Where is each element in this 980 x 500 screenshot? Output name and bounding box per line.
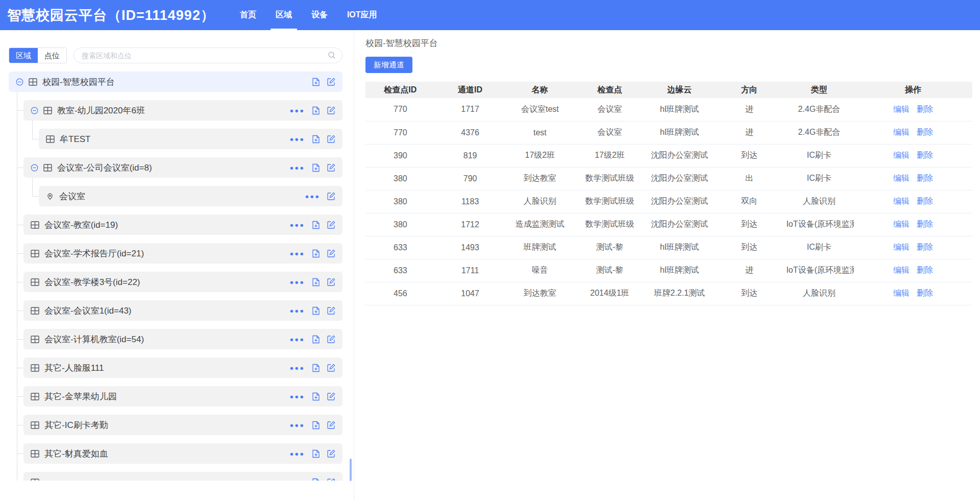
edit-node-icon[interactable] [327, 421, 335, 429]
region-grid-icon [31, 393, 39, 400]
add-child-icon[interactable] [312, 163, 320, 172]
edit-link[interactable]: 编辑 [893, 174, 910, 182]
more-actions-icon[interactable]: ●●● [289, 279, 305, 285]
tree-node-10[interactable]: 其它-人脸服111●●● [23, 358, 342, 378]
add-child-icon[interactable] [312, 364, 320, 372]
edit-node-icon[interactable] [327, 192, 335, 200]
edit-link[interactable]: 编辑 [893, 105, 910, 113]
more-actions-icon[interactable]: ●●● [289, 107, 305, 114]
edit-link[interactable]: 编辑 [893, 128, 910, 136]
tree-node-label: 校园-智慧校园平台 [42, 76, 115, 88]
edit-node-icon[interactable] [327, 364, 335, 372]
add-child-icon[interactable] [312, 478, 320, 481]
tree-node-2[interactable]: 牟TEST●●● [39, 129, 342, 149]
edit-link[interactable]: 编辑 [893, 243, 910, 251]
add-child-icon[interactable] [312, 78, 320, 86]
edit-node-icon[interactable] [327, 163, 335, 172]
delete-link[interactable]: 删除 [917, 289, 933, 297]
tree-connector-line [17, 368, 23, 368]
edit-node-icon[interactable] [327, 278, 335, 286]
sidebar-tab-1[interactable]: 点位 [38, 48, 66, 63]
tree-connector-line [32, 196, 39, 197]
edit-link[interactable]: 编辑 [893, 289, 910, 297]
add-child-icon[interactable] [312, 221, 320, 229]
search-input[interactable] [74, 47, 342, 63]
edit-node-icon[interactable] [327, 449, 335, 458]
edit-link[interactable]: 编辑 [893, 197, 910, 205]
add-child-icon[interactable] [312, 449, 320, 458]
edit-link[interactable]: 编辑 [893, 266, 910, 274]
tree-node-0[interactable]: 校园-智慧校园平台 [9, 72, 342, 92]
delete-link[interactable]: 删除 [917, 243, 933, 251]
edit-node-icon[interactable] [327, 78, 335, 86]
tree-node-6[interactable]: 会议室-学术报告厅(id=21)●●● [23, 243, 342, 264]
col-header-7: 操作 [854, 82, 972, 98]
edit-node-icon[interactable] [327, 106, 335, 114]
add-child-icon[interactable] [312, 335, 320, 344]
sidebar-scrollbar-thumb[interactable] [350, 459, 352, 481]
cell-类型: 2.4G非配合 [784, 98, 854, 121]
collapse-icon[interactable] [16, 78, 23, 86]
cell-operations: 编辑删除 [854, 144, 972, 167]
edit-node-icon[interactable] [327, 478, 335, 481]
cell-检查点ID: 380 [365, 190, 435, 213]
tree-node-label: 牟TEST [60, 133, 90, 145]
more-actions-icon[interactable]: ●●● [289, 365, 305, 371]
add-child-icon[interactable] [312, 135, 320, 144]
collapse-icon[interactable] [31, 107, 38, 114]
delete-link[interactable]: 删除 [917, 105, 933, 113]
add-child-icon[interactable] [312, 306, 320, 315]
cell-operations: 编辑删除 [854, 121, 972, 144]
tree-node-4[interactable]: 会议室●●● [39, 186, 342, 206]
region-grid-icon [43, 164, 52, 172]
add-child-icon[interactable] [312, 249, 320, 258]
tree-node-actions [312, 78, 335, 86]
delete-link[interactable]: 删除 [917, 128, 933, 136]
edit-node-icon[interactable] [327, 306, 335, 315]
more-actions-icon[interactable]: ●●● [289, 136, 305, 142]
add-child-icon[interactable] [312, 106, 320, 115]
more-actions-icon[interactable]: ●●● [289, 336, 305, 343]
edit-link[interactable]: 编辑 [893, 151, 910, 159]
more-actions-icon[interactable]: ●●● [289, 250, 305, 257]
more-actions-icon[interactable]: ●●● [305, 193, 320, 200]
nav-item-2[interactable]: 设备 [311, 0, 328, 30]
delete-link[interactable]: 删除 [917, 174, 933, 182]
more-actions-icon[interactable]: ●●● [289, 450, 305, 457]
tree-node-12[interactable]: 其它-IC刷卡考勤●●● [23, 415, 342, 435]
edit-node-icon[interactable] [327, 392, 335, 400]
tree-node-8[interactable]: 会议室-会议室1(id=43)●●● [23, 300, 342, 321]
add-child-icon[interactable] [312, 421, 320, 430]
tree-node-3[interactable]: 会议室-公司会议室(id=8)●●● [23, 157, 342, 178]
nav-item-0[interactable]: 首页 [240, 0, 256, 30]
sidebar-tab-0[interactable]: 区域 [9, 48, 38, 63]
delete-link[interactable]: 删除 [917, 266, 933, 274]
more-actions-icon[interactable]: ●●● [289, 422, 305, 428]
add-child-icon[interactable] [312, 278, 320, 287]
add-channel-button[interactable]: 新增通道 [365, 57, 412, 73]
tree-node-5[interactable]: 会议室-教室(id=19)●●● [23, 215, 342, 235]
tree-node-11[interactable]: 其它-金苹果幼儿园●●● [23, 386, 342, 407]
delete-link[interactable]: 删除 [917, 197, 933, 205]
collapse-icon[interactable] [31, 164, 38, 172]
tree-node-1[interactable]: 教室-幼儿园2020年6班●●● [23, 100, 342, 121]
tree-node-14[interactable] [23, 472, 342, 481]
add-child-icon[interactable] [312, 392, 320, 401]
table-header: 检查点ID通道ID名称检查点边缘云方向类型操作 [365, 82, 972, 98]
delete-link[interactable]: 删除 [917, 220, 933, 228]
more-actions-icon[interactable]: ●●● [289, 222, 305, 228]
edit-node-icon[interactable] [327, 335, 335, 343]
more-actions-icon[interactable]: ●●● [289, 393, 305, 400]
edit-node-icon[interactable] [327, 249, 335, 257]
edit-node-icon[interactable] [327, 221, 335, 229]
edit-node-icon[interactable] [327, 135, 335, 143]
more-actions-icon[interactable]: ●●● [289, 307, 305, 314]
delete-link[interactable]: 删除 [917, 151, 933, 159]
tree-node-13[interactable]: 其它-豺真爱如血●●● [23, 443, 342, 464]
nav-item-3[interactable]: IOT应用 [347, 0, 377, 30]
tree-node-7[interactable]: 会议室-教学楼3号(id=22)●●● [23, 272, 342, 292]
more-actions-icon[interactable]: ●●● [289, 164, 305, 171]
edit-link[interactable]: 编辑 [893, 220, 910, 228]
tree-node-9[interactable]: 会议室-计算机教室(id=54)●●● [23, 329, 342, 349]
nav-item-1[interactable]: 区域 [276, 0, 292, 30]
